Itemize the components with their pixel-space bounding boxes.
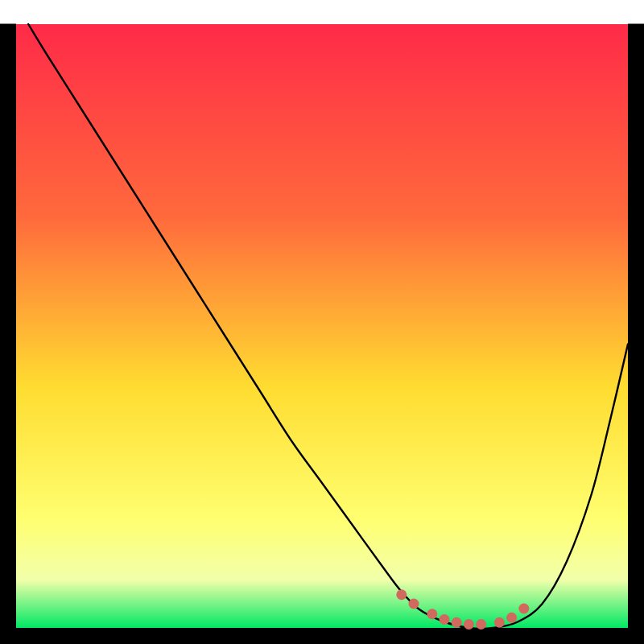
scatter-point — [476, 619, 486, 630]
scatter-point — [494, 617, 505, 628]
scatter-point — [518, 604, 529, 614]
svg-rect-6 — [0, 24, 16, 629]
scatter-point — [396, 589, 407, 600]
svg-rect-8 — [0, 628, 644, 644]
svg-rect-0 — [16, 24, 628, 628]
bottleneck-chart — [0, 0, 644, 644]
chart-stage: TheBottleNecker.com — [0, 0, 644, 644]
scatter-point — [464, 619, 474, 630]
scatter-point — [440, 614, 450, 625]
scatter-point — [452, 617, 462, 628]
scatter-point — [409, 599, 419, 609]
svg-rect-5 — [0, 0, 644, 24]
scatter-point — [506, 613, 517, 623]
svg-rect-7 — [628, 24, 644, 629]
scatter-point — [427, 609, 437, 619]
